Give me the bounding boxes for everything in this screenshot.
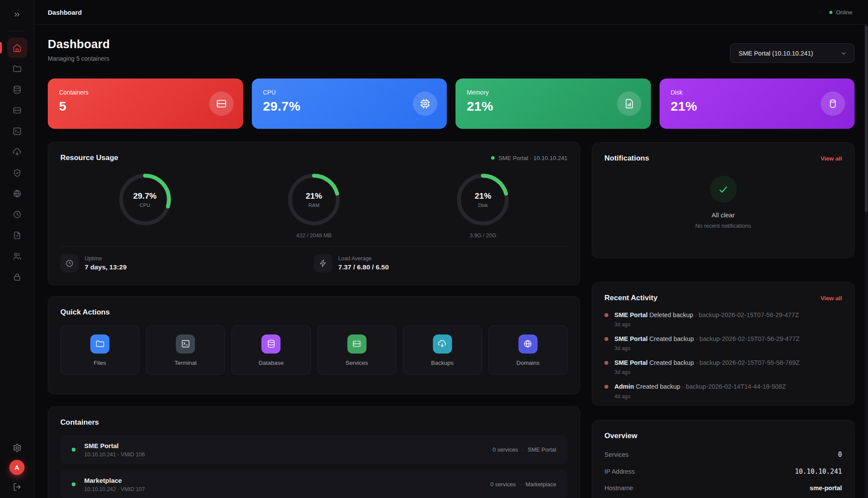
zap-icon (314, 254, 332, 272)
notifications-view-all-link[interactable]: View all (821, 155, 842, 162)
activity-dot-icon (604, 313, 608, 317)
activity-actor: SME Portal (614, 311, 648, 318)
containers-list: SME Portal 10.10.10.241 · VMID 106 0 ser… (60, 435, 568, 498)
gauge-detail: 3.9G / 20G (470, 233, 496, 239)
sidebar-item-database[interactable] (7, 79, 27, 99)
activity-item: SME Portal Created backup · backup-2026-… (604, 335, 842, 351)
stat-value: 21% (671, 99, 844, 114)
folder-icon (90, 334, 109, 354)
activity-action: Created backup (636, 383, 680, 390)
app-root: A Dashboard Online Dashboard Managing 5 … (0, 0, 868, 498)
resource-usage-title: Resource Usage (60, 154, 118, 162)
server-icon (347, 334, 366, 354)
quick-action-terminal[interactable]: Terminal (146, 325, 225, 375)
gauge-disk: 21% Disk 3.9G / 20G (399, 172, 568, 239)
sidebar-item-terminal[interactable] (7, 121, 27, 141)
separator: · (695, 311, 697, 318)
overview-label: Hostname (604, 485, 633, 491)
container-status-dot-icon (72, 448, 76, 452)
cpu-icon (413, 92, 437, 116)
activity-actor: Admin (614, 383, 634, 390)
container-server: SME Portal (528, 446, 556, 453)
sidebar-item-files[interactable] (7, 59, 27, 79)
sidebar-item-logs[interactable] (7, 225, 27, 245)
globe-icon (13, 189, 22, 198)
gauge-value: 21% (306, 191, 322, 201)
activity-dot-icon (604, 385, 608, 389)
database-icon (13, 85, 22, 94)
chevrons-right-icon (13, 10, 21, 19)
cloud-download-icon (13, 147, 22, 157)
quick-action-label: Database (259, 360, 284, 366)
recent-activity-panel: Recent Activity View all SME Portal Dele… (592, 282, 855, 406)
container-services: 0 services (490, 481, 516, 488)
recent-activity-view-all-link[interactable]: View all (821, 295, 842, 301)
check-circle-icon (710, 176, 737, 203)
logout-icon (13, 482, 22, 491)
gauge-cpu: 29.7% CPU (60, 172, 229, 239)
scrollbar-thumb[interactable] (865, 26, 868, 212)
sidebar-item-schedules[interactable] (7, 204, 27, 224)
sidebar-item-backups[interactable] (7, 142, 27, 162)
topbar-title: Dashboard (48, 9, 82, 16)
gauge-value: 29.7% (133, 191, 157, 201)
overview-label: IP Address (604, 468, 635, 475)
overview-panel: Overview Services 0 IP Address 10.10.10.… (592, 420, 855, 498)
server-status-dot-icon (491, 156, 495, 160)
terminal-icon (13, 127, 22, 136)
chevron-down-icon (840, 50, 847, 57)
sidebar-divider (9, 31, 25, 31)
separator: · (682, 383, 684, 390)
quick-action-label: Services (346, 360, 368, 366)
stat-card-cpu: CPU 29.7% (252, 79, 447, 129)
activity-item: SME Portal Deleted backup · backup-2026-… (604, 311, 842, 328)
globe-icon (518, 334, 538, 354)
user-avatar[interactable]: A (10, 460, 25, 475)
gauge-detail: 422 / 2048 MB (296, 233, 331, 239)
overview-value: 10.10.10.241 (795, 468, 842, 475)
online-status: Online (829, 9, 852, 16)
sidebar-item-access[interactable] (7, 267, 27, 287)
file-icon (13, 231, 22, 240)
quick-actions-grid: Files Terminal Database (60, 325, 568, 375)
memory-card-icon (617, 92, 641, 116)
load-average-value: 7.37 / 6.80 / 6.50 (338, 263, 389, 271)
sidebar-item-security[interactable] (7, 163, 27, 183)
sidebar-item-domains[interactable] (7, 183, 27, 203)
quick-action-database[interactable]: Database (231, 325, 310, 375)
quick-action-domains[interactable]: Domains (488, 325, 568, 375)
quick-actions-panel: Quick Actions Files Terminal (48, 296, 580, 394)
sidebar-item-containers[interactable] (7, 100, 27, 120)
quick-action-files[interactable]: Files (60, 325, 139, 375)
stat-cards-row: Containers 5 CPU 29.7% Memory 21% (48, 79, 855, 129)
sidebar-collapse-button[interactable] (10, 7, 24, 22)
page-title: Dashboard (48, 38, 110, 51)
sidebar-nav (0, 38, 34, 287)
quick-action-backups[interactable]: Backups (403, 325, 482, 375)
containers-icon (13, 106, 22, 115)
topbar: Dashboard Online (34, 0, 868, 25)
container-row-sme-portal[interactable]: SME Portal 10.10.10.241 · VMID 106 0 ser… (60, 435, 568, 464)
stat-label: CPU (263, 89, 436, 96)
container-row-marketplace[interactable]: Marketplace 10.10.10.242 · VMID 107 0 se… (60, 470, 568, 498)
notifications-empty-subtitle: No recent notifications (695, 223, 751, 229)
quick-action-services[interactable]: Services (317, 325, 396, 375)
gauge-name: RAM (308, 203, 320, 208)
notifications-title: Notifications (604, 154, 649, 163)
stat-label: Memory (467, 89, 640, 96)
container-services: 0 services (492, 446, 518, 453)
cloud-download-icon (433, 334, 452, 354)
gauge-ram: 21% RAM 422 / 2048 MB (229, 172, 398, 239)
resource-usage-footer: Uptime 7 days, 13:29 Load Average 7.37 /… (60, 246, 568, 272)
stat-card-disk: Disk 21% (660, 79, 855, 129)
sidebar-item-users[interactable] (7, 246, 27, 266)
container-name: Marketplace (84, 477, 490, 484)
separator: · (522, 446, 524, 453)
vertical-scrollbar[interactable] (865, 25, 868, 498)
server-select-dropdown[interactable]: SME Portal (10.10.10.241) (730, 43, 855, 63)
settings-button[interactable] (8, 439, 26, 457)
clock-icon (13, 210, 22, 219)
server-badge-label: SME Portal · 10.10.10.241 (498, 155, 568, 161)
logout-button[interactable] (8, 478, 26, 496)
sidebar-item-dashboard[interactable] (7, 38, 27, 58)
